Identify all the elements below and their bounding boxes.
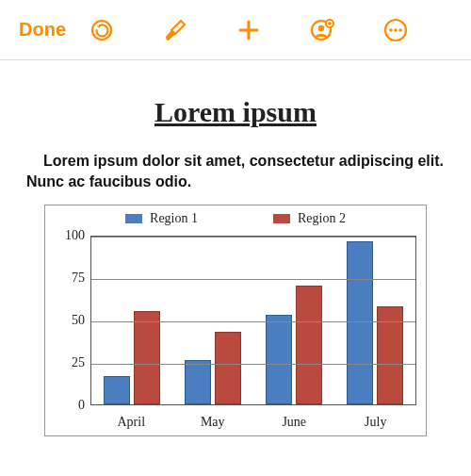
y-tick-label: 0: [78, 398, 85, 413]
y-tick-label: 75: [72, 271, 85, 286]
svg-point-2: [318, 25, 324, 30]
bar-group: [334, 237, 415, 404]
bar-series-2: [215, 332, 241, 404]
bars: [91, 237, 415, 404]
bar-group: [91, 237, 172, 404]
chart-legend: Region 1 Region 2: [45, 205, 426, 232]
bar-series-1: [104, 376, 130, 405]
document-body-text[interactable]: Lorem ipsum dolor sit amet, consectetur …: [26, 151, 445, 191]
plus-icon[interactable]: [236, 17, 262, 43]
collaborate-icon[interactable]: [309, 17, 335, 43]
toolbar: Done: [0, 0, 471, 60]
x-tick-label: July: [335, 413, 417, 435]
legend-swatch-1: [125, 214, 142, 223]
bar-series-1: [266, 315, 292, 404]
svg-point-5: [389, 28, 393, 32]
bar-series-1: [185, 360, 211, 404]
x-tick-label: May: [172, 413, 254, 435]
plot: [90, 236, 416, 405]
bar-group: [253, 237, 334, 404]
x-axis: AprilMayJuneJuly: [90, 413, 416, 435]
gridline: [91, 321, 415, 322]
plot-area: 0255075100: [45, 232, 426, 413]
more-icon[interactable]: [382, 17, 409, 43]
y-tick-label: 50: [72, 313, 85, 328]
y-tick-label: 25: [72, 355, 85, 370]
legend-swatch-2: [273, 214, 290, 223]
legend-label-2: Region 2: [298, 211, 346, 226]
svg-point-6: [394, 28, 398, 32]
document-content: Lorem ipsum Lorem ipsum dolor sit amet, …: [0, 60, 471, 436]
y-axis: 0255075100: [51, 236, 90, 405]
bar-group: [172, 237, 253, 404]
undo-icon[interactable]: [89, 17, 115, 43]
bar-series-2: [134, 311, 160, 404]
chart[interactable]: Region 1 Region 2 0255075100 AprilMayJun…: [44, 205, 427, 436]
legend-label-1: Region 1: [150, 211, 198, 226]
legend-item-2: Region 2: [273, 211, 346, 226]
toolbar-icons: [89, 17, 409, 43]
x-tick-label: April: [90, 413, 172, 435]
document-title[interactable]: Lorem ipsum: [26, 96, 445, 128]
done-button[interactable]: Done: [19, 19, 66, 41]
bar-series-1: [347, 241, 373, 404]
brush-icon[interactable]: [162, 17, 188, 43]
x-tick-label: June: [253, 413, 335, 435]
gridline: [91, 237, 415, 238]
gridline: [91, 364, 415, 365]
svg-point-7: [398, 28, 402, 32]
legend-item-1: Region 1: [125, 211, 198, 226]
bar-series-2: [296, 286, 322, 404]
gridline: [91, 279, 415, 280]
y-tick-label: 100: [65, 228, 85, 243]
